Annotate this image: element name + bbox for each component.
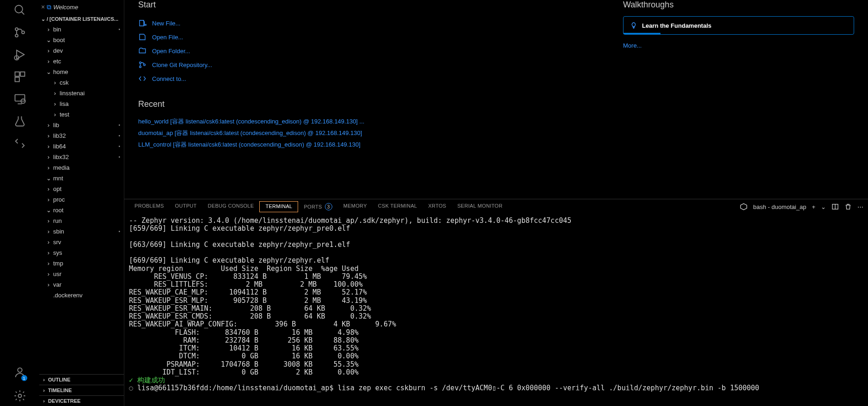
- activity-bar: [0, 0, 39, 406]
- source-control-icon[interactable]: [13, 26, 26, 39]
- editor-tab-label: Welcome: [53, 4, 78, 11]
- editor-tab[interactable]: × ⧉ Welcome: [39, 0, 124, 14]
- folder-item[interactable]: ›srv: [39, 237, 124, 247]
- file-tree: ›bin•⌄boot›dev›etc⌄home›csk›linsstenai›l…: [39, 24, 124, 301]
- start-item[interactable]: Open Folder...: [138, 44, 406, 58]
- svg-rect-10: [15, 95, 24, 101]
- devicetree-panel[interactable]: › DEVICETREE: [39, 395, 124, 406]
- panel-tab-ports[interactable]: PORTS3: [298, 201, 337, 212]
- start-icon: [138, 33, 147, 41]
- folder-item[interactable]: ›csk: [39, 77, 124, 88]
- panel-tab-memory[interactable]: MEMORY: [338, 201, 373, 212]
- terminal-dropdown-icon[interactable]: ⌄: [821, 203, 826, 210]
- close-icon[interactable]: ×: [41, 3, 45, 11]
- recent-item[interactable]: LLM_control [容器 listenai/csk6:latest (co…: [138, 139, 406, 150]
- folder-item[interactable]: ›dev: [39, 45, 124, 56]
- folder-item[interactable]: ›var: [39, 279, 124, 290]
- lightbulb-icon: [630, 22, 637, 29]
- folder-item[interactable]: ›lib64•: [39, 141, 124, 152]
- folder-item[interactable]: ⌄mnt: [39, 173, 124, 184]
- folder-item[interactable]: ›bin•: [39, 24, 124, 35]
- svg-point-2: [15, 28, 18, 31]
- svg-point-0: [15, 6, 22, 13]
- new-terminal-icon[interactable]: +: [812, 203, 815, 210]
- start-item[interactable]: New File...: [138, 16, 406, 30]
- recent-item[interactable]: hello_world [容器 listenai/csk6:latest (co…: [138, 116, 406, 127]
- recent-heading: Recent: [138, 99, 406, 109]
- folder-item[interactable]: ›tmp: [39, 258, 124, 269]
- walkthrough-label: Learn the Fundamentals: [642, 22, 711, 29]
- panel-tabs: PROBLEMSOUTPUTDEBUG CONSOLETERMINALPORTS…: [124, 199, 868, 214]
- remote-explorer-icon[interactable]: [13, 92, 26, 105]
- start-icon: [138, 61, 147, 69]
- container-icon: [740, 203, 747, 210]
- svg-rect-9: [15, 77, 19, 81]
- welcome-page: Start New File...Open File...Open Folder…: [124, 0, 868, 199]
- folder-item[interactable]: ›lib32•: [39, 130, 124, 141]
- panel-tab-serial-monitor[interactable]: SERIAL MONITOR: [452, 201, 508, 212]
- folder-item[interactable]: ›libx32•: [39, 152, 124, 162]
- folder-item[interactable]: ›proc: [39, 194, 124, 205]
- settings-gear-icon[interactable]: [13, 389, 26, 402]
- svg-line-1: [21, 12, 24, 15]
- panel-tab-xrtos[interactable]: XRTOS: [422, 201, 452, 212]
- svg-point-14: [18, 394, 21, 398]
- walkthroughs-heading: Walkthroughs: [623, 0, 854, 10]
- explorer-root[interactable]: ⌄/ [CONTAINER LISTENAI/CS...: [39, 14, 124, 24]
- trash-icon[interactable]: [844, 203, 852, 210]
- panel-tab-problems[interactable]: PROBLEMS: [129, 201, 170, 212]
- folder-item[interactable]: ›linsstenai: [39, 88, 124, 98]
- svg-rect-7: [15, 72, 19, 76]
- folder-item[interactable]: ›media: [39, 162, 124, 173]
- svg-marker-5: [17, 50, 24, 59]
- panel-tab-debug-console[interactable]: DEBUG CONSOLE: [202, 201, 260, 212]
- panel-tab-terminal[interactable]: TERMINAL: [259, 201, 298, 212]
- folder-item[interactable]: ›etc: [39, 56, 124, 67]
- testing-icon[interactable]: [13, 115, 26, 128]
- svg-point-19: [144, 64, 146, 66]
- folder-item[interactable]: ›lisa: [39, 98, 124, 109]
- folder-item[interactable]: ⌄home: [39, 67, 124, 77]
- start-item[interactable]: Open File...: [138, 30, 406, 44]
- start-item[interactable]: Connect to...: [138, 72, 406, 86]
- walkthrough-card[interactable]: Learn the Fundamentals: [623, 16, 854, 35]
- folder-item[interactable]: ›sbin•: [39, 226, 124, 237]
- outline-panel[interactable]: › OUTLINE: [39, 374, 124, 385]
- folder-item[interactable]: ›lib•: [39, 120, 124, 130]
- folder-item[interactable]: ⌄root: [39, 205, 124, 215]
- folder-item[interactable]: ›opt: [39, 184, 124, 194]
- bottom-panel: PROBLEMSOUTPUTDEBUG CONSOLETERMINALPORTS…: [124, 199, 868, 406]
- start-icon: [138, 47, 147, 55]
- extensions-icon[interactable]: [13, 70, 26, 83]
- svg-rect-8: [20, 72, 24, 76]
- start-heading: Start: [138, 0, 406, 10]
- svg-point-3: [15, 34, 18, 37]
- folder-item[interactable]: ›run: [39, 215, 124, 226]
- run-debug-icon[interactable]: [13, 48, 26, 61]
- folder-item[interactable]: ›test: [39, 109, 124, 120]
- terminal-shell-label[interactable]: bash - duomotai_ap: [753, 203, 806, 210]
- svg-point-17: [140, 62, 141, 64]
- search-icon[interactable]: [13, 4, 26, 17]
- accounts-icon[interactable]: [13, 366, 26, 379]
- folder-item[interactable]: ⌄boot: [39, 35, 124, 45]
- start-item[interactable]: Clone Git Repository...: [138, 58, 406, 72]
- panel-tab-csk-terminal[interactable]: CSK TERMINAL: [373, 201, 423, 212]
- git-compare-icon[interactable]: [13, 137, 26, 150]
- svg-point-18: [140, 66, 141, 68]
- folder-item[interactable]: ›usr: [39, 269, 124, 279]
- more-actions-icon[interactable]: ⋯: [857, 203, 863, 210]
- split-terminal-icon[interactable]: [831, 203, 839, 210]
- vscode-icon: ⧉: [47, 3, 51, 11]
- start-icon: [138, 74, 147, 83]
- terminal-output[interactable]: -- Zephyr version: 3.4.0 (/home/linssten…: [124, 214, 868, 406]
- more-link[interactable]: More...: [623, 42, 854, 49]
- folder-item[interactable]: ›sys: [39, 247, 124, 258]
- timeline-panel[interactable]: › TIMELINE: [39, 385, 124, 395]
- svg-point-4: [22, 31, 24, 34]
- panel-tab-output[interactable]: OUTPUT: [170, 201, 202, 212]
- file-item[interactable]: .dockerenv: [39, 290, 124, 301]
- recent-item[interactable]: duomotai_ap [容器 listenai/csk6:latest (co…: [138, 127, 406, 139]
- start-icon: [138, 19, 147, 27]
- main-area: Start New File...Open File...Open Folder…: [124, 0, 868, 406]
